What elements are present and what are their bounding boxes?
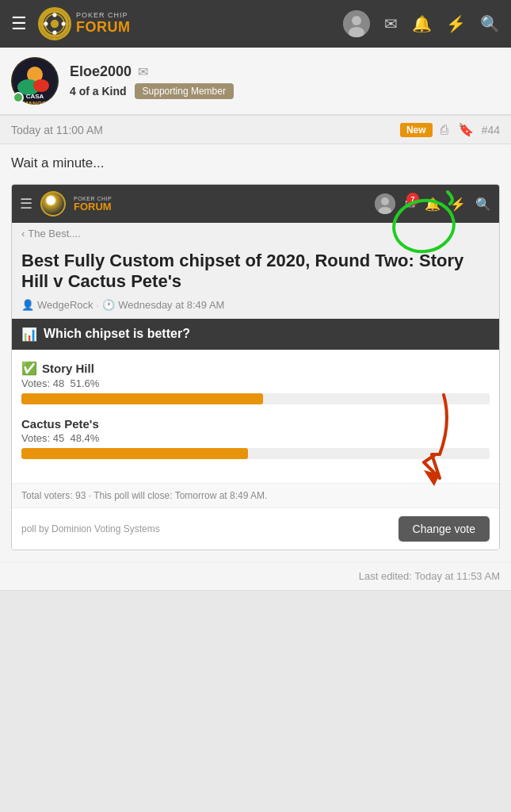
poll-chart-icon: 📊 bbox=[21, 327, 37, 342]
selected-check-icon: ✅ bbox=[21, 361, 37, 376]
logo-circle-icon bbox=[38, 7, 71, 40]
poll-bar-1-fill bbox=[21, 393, 263, 404]
post-time: Today at 11:00 AM bbox=[11, 124, 392, 136]
poll-option-1-meta: Votes: 48 51.6% bbox=[21, 377, 490, 389]
change-vote-button[interactable]: Change vote bbox=[399, 516, 490, 542]
mini-mail-icon: ✉ 7 bbox=[405, 197, 415, 212]
thread-author: WedgeRock bbox=[37, 299, 93, 311]
mail-icon[interactable]: ✉ bbox=[384, 14, 398, 33]
thread-area: ‹ The Best.... Best Fully Custom chipset… bbox=[12, 223, 499, 550]
mini-notification-badge: 7 bbox=[406, 193, 419, 205]
mini-search-icon: 🔍 bbox=[475, 197, 491, 212]
post-container: CASA MANGO Eloe2000 ✉ 4 of a Kind Suppor… bbox=[0, 48, 511, 591]
logo-forum-text: FORUM bbox=[76, 20, 131, 36]
mini-nav-icons: ✉ 7 🔔 ⚡ 🔍 bbox=[375, 193, 491, 214]
poll-option-2-meta: Votes: 45 48.4% bbox=[21, 432, 490, 444]
svg-point-14 bbox=[33, 79, 49, 92]
last-edited: Last edited: Today at 11:53 AM bbox=[0, 561, 511, 590]
breadcrumb-arrow-icon: ‹ bbox=[21, 228, 25, 239]
poll-option-1: ✅ Story Hill Votes: 48 51.6% bbox=[21, 361, 490, 404]
svg-point-4 bbox=[52, 31, 56, 35]
share-icon[interactable]: ⎙ bbox=[440, 123, 448, 137]
poll-option-2-name: Cactus Pete's bbox=[21, 417, 99, 431]
lightning-icon[interactable]: ⚡ bbox=[446, 14, 466, 33]
poll-header: 📊 Which chipset is better? bbox=[12, 319, 499, 350]
user-info: Eloe2000 ✉ 4 of a Kind Supporting Member bbox=[70, 63, 234, 99]
poll-body: ✅ Story Hill Votes: 48 51.6% C bbox=[12, 350, 499, 483]
svg-point-8 bbox=[352, 16, 361, 25]
supporting-member-badge: Supporting Member bbox=[135, 83, 234, 99]
username[interactable]: Eloe2000 bbox=[70, 63, 132, 80]
svg-point-0 bbox=[41, 10, 68, 37]
online-indicator bbox=[13, 92, 24, 103]
poll-bar-2-fill bbox=[21, 448, 248, 459]
poll-option-2-votes: 45 bbox=[53, 432, 64, 444]
site-logo[interactable]: POKER CHIP FORUM bbox=[38, 7, 131, 40]
hamburger-icon[interactable]: ☰ bbox=[11, 13, 27, 34]
svg-point-2 bbox=[51, 20, 59, 28]
user-mail-icon[interactable]: ✉ bbox=[138, 64, 148, 79]
poll-option-1-pct: 51.6% bbox=[70, 377, 99, 389]
mini-nav: ☰ POKER CHIP FORUM bbox=[12, 185, 499, 223]
svg-text:MANGO: MANGO bbox=[23, 100, 48, 105]
mini-hamburger-icon: ☰ bbox=[20, 195, 32, 213]
breadcrumb-text: The Best.... bbox=[28, 228, 80, 239]
mini-forum-text: FORUM bbox=[74, 201, 112, 212]
bookmark-icon[interactable]: 🔖 bbox=[458, 122, 474, 137]
svg-point-3 bbox=[52, 13, 56, 17]
mini-avatar bbox=[375, 193, 395, 214]
thread-meta: 👤 WedgeRock · 🕐 Wednesday at 8:49 AM bbox=[12, 296, 499, 319]
svg-text:CASA: CASA bbox=[26, 93, 44, 100]
svg-point-1 bbox=[45, 14, 64, 33]
nav-avatar[interactable] bbox=[343, 10, 370, 37]
clock-icon: 🕐 bbox=[102, 299, 115, 311]
poll-question: Which chipset is better? bbox=[44, 327, 190, 341]
poll-option-1-votes: 48 bbox=[53, 377, 64, 389]
mini-lightning-icon: ⚡ bbox=[450, 197, 466, 212]
user-rank: 4 of a Kind bbox=[70, 85, 127, 98]
poll-by-text: poll by Dominion Voting Systems bbox=[21, 523, 160, 534]
svg-point-20 bbox=[381, 197, 389, 205]
author-icon: 👤 bbox=[21, 299, 34, 311]
embedded-screenshot: ☰ POKER CHIP FORUM bbox=[11, 184, 500, 550]
nav-icons: ✉ 🔔 ⚡ 🔍 bbox=[343, 10, 500, 37]
poll-bar-1-bg bbox=[21, 393, 490, 404]
search-icon[interactable]: 🔍 bbox=[480, 14, 500, 33]
post-meta-icons: ⎙ 🔖 bbox=[440, 122, 474, 137]
post-number: #44 bbox=[482, 124, 500, 136]
bell-icon[interactable]: 🔔 bbox=[412, 14, 432, 33]
user-header: CASA MANGO Eloe2000 ✉ 4 of a Kind Suppor… bbox=[0, 48, 511, 115]
thread-title: Best Fully Custom chipset of 2020, Round… bbox=[12, 244, 499, 296]
top-nav: ☰ POKER CHIP FORUM ✉ bbox=[0, 0, 511, 48]
post-content: Wait a minute... ☰ POKER CHIP bbox=[0, 144, 511, 550]
mini-logo-circle bbox=[40, 191, 66, 216]
thread-date: Wednesday at 8:49 AM bbox=[118, 299, 224, 311]
post-meta: Today at 11:00 AM New ⎙ 🔖 #44 bbox=[0, 115, 511, 144]
poll-total-voters: 93 bbox=[75, 490, 86, 501]
poll-actions: poll by Dominion Voting Systems Change v… bbox=[12, 508, 499, 550]
poll-option-2-pct: 48.4% bbox=[70, 432, 99, 444]
new-badge: New bbox=[400, 123, 433, 137]
post-text: Wait a minute... bbox=[11, 155, 500, 171]
svg-point-5 bbox=[44, 21, 48, 25]
poll-option-2: Cactus Pete's Votes: 45 48.4% bbox=[21, 417, 490, 459]
poll-option-1-name: Story Hill bbox=[42, 362, 94, 375]
poll-bar-2-bg bbox=[21, 448, 490, 459]
mini-bell-icon: 🔔 bbox=[425, 197, 440, 212]
poll-footer: Total voters: 93 · This poll will close:… bbox=[12, 483, 499, 508]
svg-point-6 bbox=[62, 21, 66, 25]
avatar-wrap: CASA MANGO bbox=[11, 57, 59, 105]
breadcrumb: ‹ The Best.... bbox=[12, 223, 499, 244]
poll-close-time: Tomorrow at 8:49 AM bbox=[175, 490, 265, 501]
